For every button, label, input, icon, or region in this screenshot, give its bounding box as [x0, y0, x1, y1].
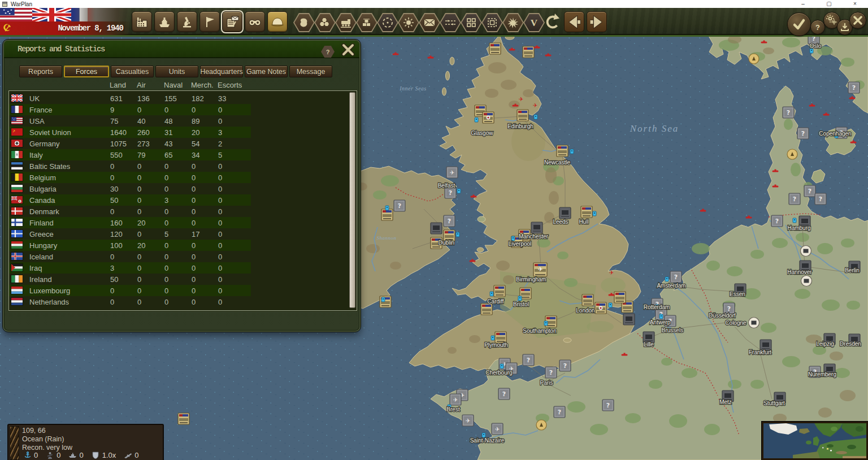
map-port-marker[interactable] — [456, 232, 459, 237]
map-allied-unit[interactable] — [495, 332, 506, 343]
map-enemy-air-marker[interactable]: ✈ — [533, 102, 537, 109]
table-scrollbar[interactable] — [349, 92, 355, 308]
close-window-button[interactable]: × — [842, 0, 868, 8]
selection-box-hex-button[interactable] — [481, 13, 503, 32]
maximize-button[interactable]: ▢ — [816, 0, 842, 8]
map-port-marker[interactable] — [593, 211, 596, 216]
map-allied-unit[interactable] — [582, 294, 593, 306]
range-circle-hex-button[interactable] — [377, 13, 398, 32]
map-port-marker[interactable] — [381, 297, 385, 302]
tab-message[interactable]: Message — [289, 66, 332, 77]
map-unknown-unit[interactable]: ? — [670, 271, 682, 283]
map-port-marker[interactable] — [609, 303, 612, 307]
map-depot-marker[interactable] — [536, 420, 546, 430]
map-allied-unit[interactable] — [489, 43, 501, 54]
map-depot-marker[interactable] — [787, 149, 797, 159]
help-button[interactable]: ? — [810, 20, 825, 34]
exit-button[interactable] — [849, 12, 866, 29]
map-port-marker[interactable] — [457, 189, 461, 193]
map-allied-fighter-unit[interactable]: ✈ — [533, 263, 547, 276]
map-allied-air-unit[interactable] — [483, 112, 494, 123]
minimize-button[interactable]: – — [790, 0, 816, 8]
map-allied-unit[interactable] — [481, 303, 492, 315]
combat-burst-hex-button[interactable] — [502, 13, 524, 32]
map-port-marker[interactable] — [659, 314, 663, 319]
map-unknown-air-unit[interactable]: ✈ — [462, 415, 474, 426]
stack-grid-hex-button[interactable] — [461, 13, 482, 32]
map-unknown-unit[interactable]: ? — [815, 193, 826, 205]
map-port-marker[interactable] — [482, 433, 485, 437]
map-unknown-unit[interactable]: ? — [602, 400, 614, 411]
map-hq-unit[interactable] — [801, 276, 812, 287]
map-port-marker[interactable] — [570, 149, 574, 154]
next-turn-button[interactable] — [587, 11, 607, 32]
reports-notes-button[interactable] — [222, 11, 242, 32]
map-port-marker[interactable] — [511, 236, 515, 241]
map-port-marker[interactable] — [810, 49, 813, 53]
tab-headquarters[interactable]: Headquarters — [200, 66, 243, 77]
map-unknown-unit[interactable]: ? — [554, 406, 565, 418]
map-unknown-unit[interactable]: ? — [771, 215, 783, 227]
map-port-marker[interactable] — [534, 115, 537, 119]
tab-casualties[interactable]: Casualties — [111, 66, 154, 77]
map-unknown-unit[interactable]: ? — [445, 187, 456, 198]
objectives-flag-button[interactable] — [199, 11, 220, 32]
map-port-marker[interactable] — [518, 296, 522, 301]
map-unknown-unit[interactable]: ? — [545, 367, 557, 378]
map-port-marker[interactable] — [500, 364, 504, 368]
map-allied-unit[interactable] — [178, 413, 189, 424]
map-unknown-unit[interactable]: ? — [848, 82, 860, 93]
rail-hex-button[interactable] — [335, 13, 357, 32]
map-hq-unit[interactable] — [801, 246, 811, 257]
terrain-hex-button[interactable] — [293, 13, 315, 32]
map-unknown-unit[interactable]: ? — [444, 215, 455, 227]
map-enemy-air-marker[interactable]: ✈ — [519, 96, 523, 102]
tab-forces[interactable]: Forces — [64, 66, 109, 77]
map-unknown-air-unit[interactable]: ✈ — [446, 167, 458, 178]
map-axis-unit[interactable] — [559, 207, 571, 219]
research-microscope-button[interactable] — [177, 11, 197, 32]
map-allied-unit[interactable] — [581, 206, 592, 218]
map-unknown-unit[interactable]: ? — [498, 388, 510, 400]
recon-binoculars-button[interactable] — [245, 11, 265, 32]
minimap[interactable] — [762, 422, 868, 460]
map-allied-unit[interactable] — [517, 110, 528, 121]
tab-game-notes[interactable]: Game Notes — [245, 66, 288, 77]
tab-units[interactable]: Units — [155, 66, 198, 77]
tab-reports[interactable]: Reports — [19, 66, 62, 77]
map-unknown-unit[interactable]: ? — [523, 354, 534, 366]
map-allied-unit[interactable] — [381, 209, 393, 220]
supply-hex-button[interactable] — [356, 13, 377, 32]
weather-hex-button[interactable] — [398, 13, 419, 32]
map-allied-air-unit[interactable] — [595, 302, 606, 314]
map-port-marker[interactable] — [665, 277, 669, 281]
map-depot-marker[interactable] — [749, 54, 759, 64]
confirm-turn-button[interactable] — [787, 12, 811, 36]
naval-ship-button[interactable] — [154, 11, 175, 32]
mail-hex-button[interactable] — [419, 13, 440, 32]
map-unknown-unit[interactable]: ? — [797, 128, 809, 139]
undo-button[interactable] — [542, 12, 562, 31]
map-unknown-unit[interactable]: ? — [783, 107, 794, 118]
map-unknown-air-unit[interactable]: ✈ — [450, 394, 461, 405]
map-unknown-unit[interactable]: ? — [394, 200, 405, 211]
map-unknown-unit[interactable]: ? — [559, 360, 571, 371]
map-port-marker[interactable] — [491, 336, 494, 340]
victory-v-hex-button[interactable]: V — [523, 13, 545, 32]
map-allied-unit[interactable] — [494, 285, 505, 297]
units-helmet-button[interactable] — [267, 11, 288, 32]
map-port-marker[interactable] — [490, 292, 493, 296]
map-allied-unit[interactable] — [614, 292, 626, 303]
map-axis-unit[interactable] — [431, 223, 442, 234]
panel-close-button[interactable] — [341, 44, 355, 56]
map-unknown-unit[interactable]: ? — [789, 193, 800, 205]
hex-cluster-hex-button[interactable] — [314, 13, 336, 32]
map-allied-unit[interactable] — [523, 46, 534, 58]
map-unknown-air-unit[interactable]: ✈ — [492, 423, 503, 435]
map-enemy-air-marker[interactable]: ✈ — [609, 270, 614, 276]
map-port-marker[interactable] — [385, 206, 389, 210]
convoy-routes-hex-button[interactable] — [440, 13, 461, 32]
map-port-marker[interactable] — [793, 218, 796, 223]
map-port-marker[interactable] — [475, 118, 478, 122]
production-factory-button[interactable] — [132, 11, 152, 32]
